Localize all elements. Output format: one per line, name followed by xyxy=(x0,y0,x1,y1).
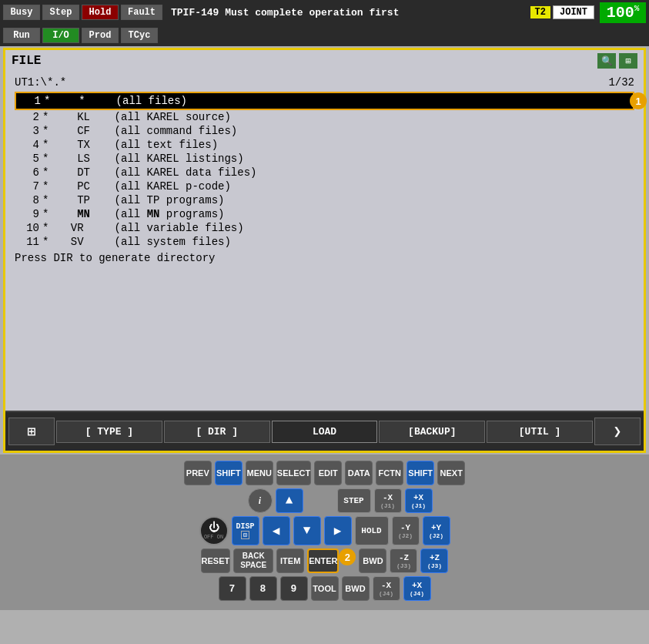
row-star-11: * xyxy=(42,236,58,248)
grid-button[interactable]: ⊞ xyxy=(8,418,55,445)
file-row-7[interactable]: 7 * PC (all KAREL p-code) xyxy=(15,179,634,193)
backup-button[interactable]: [BACKUP] xyxy=(379,421,485,443)
row-ext-4: TX xyxy=(58,139,89,151)
disp-button[interactable]: DISP ⊡ xyxy=(232,516,259,545)
file-row-9[interactable]: 9 * MN (all MN programs) xyxy=(15,207,634,221)
step-key-button[interactable]: STEP xyxy=(337,488,371,513)
file-row-8[interactable]: 8 * TP (all TP programs) xyxy=(15,193,634,207)
util-button[interactable]: [UTIL ] xyxy=(487,421,593,443)
row-num-11: 11 xyxy=(18,236,42,248)
row-ext-7: PC xyxy=(58,180,89,193)
prev-button[interactable]: PREV xyxy=(184,461,212,485)
file-row-2[interactable]: 2 * KL (all KAREL source) xyxy=(15,110,634,124)
hold-key-button[interactable]: HOLD xyxy=(355,516,389,545)
file-row-1[interactable]: 1 * * (all files) 1 xyxy=(15,92,634,110)
busy-button[interactable]: Busy xyxy=(3,5,40,20)
row-ext-8: TP xyxy=(58,194,89,206)
row-desc-9: (all MN programs) xyxy=(89,208,631,220)
enter-button[interactable]: ENTER xyxy=(307,548,339,573)
shift-right-button[interactable]: SHIFT xyxy=(406,461,434,485)
arrow-right-button[interactable]: ▶ xyxy=(324,516,352,545)
plus-y-button[interactable]: +Y(J2) xyxy=(423,516,450,545)
row-desc-6: (all KAREL data files) xyxy=(89,166,631,179)
row-star-5: * xyxy=(42,153,58,165)
dir-button[interactable]: [ DIR ] xyxy=(164,421,270,443)
row-ext-2: KL xyxy=(58,111,89,123)
shift-left-button[interactable]: SHIFT xyxy=(215,461,243,485)
backspace-button[interactable]: BACKSPACE xyxy=(233,548,273,573)
fctn-button[interactable]: FCTN xyxy=(376,461,403,485)
fault-button[interactable]: Fault xyxy=(121,5,162,20)
row-desc-2: (all KAREL source) xyxy=(89,111,631,123)
bwd-button[interactable]: BWD xyxy=(359,548,386,573)
row-ext-6: DT xyxy=(58,166,89,179)
next-arrow-button[interactable]: ❯ xyxy=(594,418,641,445)
keyboard-row-1: PREV SHIFT MENU SELECT EDIT DATA FCTN SH… xyxy=(8,461,641,485)
edit-button[interactable]: EDIT xyxy=(314,461,342,485)
menu-button[interactable]: MENU xyxy=(246,461,273,485)
bottom-toolbar: ⊞ [ TYPE ] [ DIR ] LOAD [BACKUP] [UTIL ]… xyxy=(5,411,644,451)
file-row-11[interactable]: 11 * SV (all system files) xyxy=(15,235,634,249)
item-button[interactable]: ITEM xyxy=(276,548,304,573)
file-row-4[interactable]: 4 * TX (all text files) xyxy=(15,138,634,152)
row-desc-1: (all files) xyxy=(90,95,630,107)
keyboard-area: PREV SHIFT MENU SELECT EDIT DATA FCTN SH… xyxy=(0,454,649,610)
status-message: TPIF-149 Must complete operation first xyxy=(165,7,528,18)
file-row-6[interactable]: 6 * DT (all KAREL data files) xyxy=(15,166,634,179)
tcyc-button[interactable]: TCyc xyxy=(121,28,158,43)
file-row-5[interactable]: 5 * LS (all KAREL listings) xyxy=(15,152,634,166)
plus-x-button[interactable]: +X(J1) xyxy=(405,488,433,513)
minus-z-button[interactable]: -Z(J3) xyxy=(390,548,417,573)
prod-button[interactable]: Prod xyxy=(82,28,119,43)
row-ext-1: * xyxy=(59,95,90,107)
row-star-4: * xyxy=(42,139,58,151)
row-desc-5: (all KAREL listings) xyxy=(89,153,631,165)
next-button[interactable]: NEXT xyxy=(437,461,465,485)
plus-z-button[interactable]: +Z(J3) xyxy=(420,548,448,573)
info-button[interactable]: i xyxy=(248,488,273,513)
power-button[interactable]: ⏻ OFF ON xyxy=(199,516,229,545)
arrow-up-button[interactable]: ▲ xyxy=(276,488,303,513)
tool-button[interactable]: TOOL xyxy=(311,576,339,601)
arrow-left-button[interactable]: ◀ xyxy=(263,516,290,545)
file-row-10[interactable]: 10 * VR (all variable files) xyxy=(15,221,634,235)
type-button[interactable]: [ TYPE ] xyxy=(56,421,162,443)
file-row-3[interactable]: 3 * CF (all command files) xyxy=(15,124,634,138)
minus-x2-button[interactable]: -X(J4) xyxy=(373,576,400,601)
keyboard-row-5: 7 8 9 TOOL BWD -X(J4) +X(J4) xyxy=(8,576,641,601)
minus-y-button[interactable]: -Y(J2) xyxy=(392,516,420,545)
select-button[interactable]: SELECT xyxy=(276,461,311,485)
load-button[interactable]: LOAD xyxy=(272,421,378,443)
num-7-button[interactable]: 7 xyxy=(219,576,246,601)
row-ext-3: CF xyxy=(58,125,89,137)
row-ext-11: SV xyxy=(58,236,89,248)
hold-button[interactable]: Hold xyxy=(82,5,119,20)
file-list: 1 * * (all files) 1 2 * KL (all KAREL so… xyxy=(15,92,634,249)
row-desc-11: (all system files) xyxy=(89,236,631,248)
selected-badge-1: 1 xyxy=(630,92,647,109)
plus-x2-button[interactable]: +X(J4) xyxy=(403,576,431,601)
reset-button[interactable]: RESET xyxy=(201,548,231,573)
num-9-button[interactable]: 9 xyxy=(280,576,308,601)
row-ext-9: MN xyxy=(58,208,89,220)
step-button[interactable]: Step xyxy=(42,5,79,20)
bwd-bottom-button[interactable]: BWD xyxy=(342,576,370,601)
joint-badge: JOINT xyxy=(553,5,594,19)
arrow-down-button[interactable]: ▼ xyxy=(293,516,321,545)
keyboard-row-3: ⏻ OFF ON DISP ⊡ ◀ ▼ ▶ HOLD -Y(J2) +Y(J2) xyxy=(8,516,641,545)
percent-badge: 100% xyxy=(600,2,646,23)
row-num-7: 7 xyxy=(18,180,42,193)
run-button[interactable]: Run xyxy=(3,28,40,43)
file-content: UT1:\*.* 1/32 1 * * (all files) 1 2 * KL… xyxy=(5,72,644,411)
io-button[interactable]: I/O xyxy=(42,28,79,43)
window-icon[interactable]: ⊞ xyxy=(619,53,637,69)
row-desc-8: (all TP programs) xyxy=(89,194,631,206)
page-info: 1/32 xyxy=(608,76,634,89)
num-8-button[interactable]: 8 xyxy=(249,576,277,601)
data-button[interactable]: DATA xyxy=(345,461,373,485)
row-desc-3: (all command files) xyxy=(89,125,631,137)
row-star-10: * xyxy=(42,222,58,234)
zoom-icon[interactable]: 🔍 xyxy=(597,53,616,69)
row-num-10: 10 xyxy=(18,222,42,234)
minus-x-button[interactable]: -X(J1) xyxy=(374,488,402,513)
